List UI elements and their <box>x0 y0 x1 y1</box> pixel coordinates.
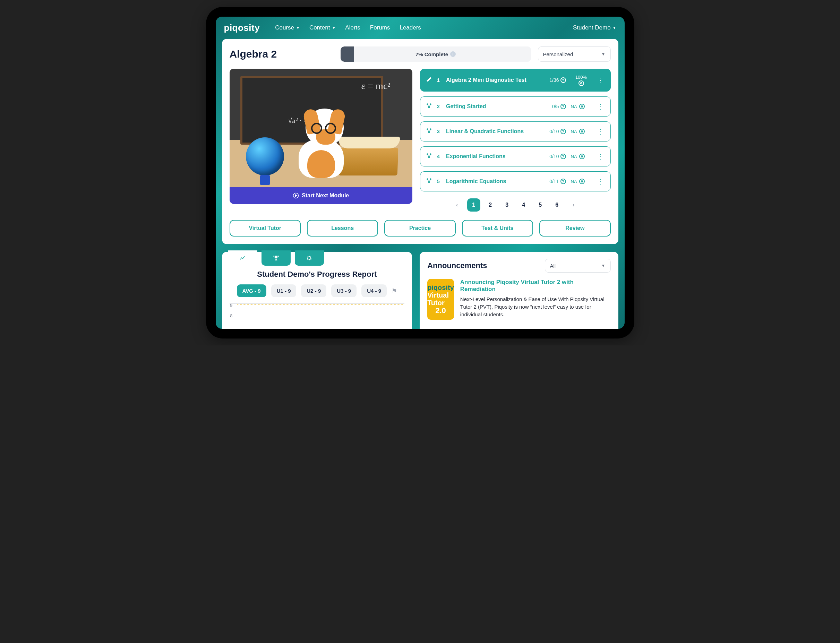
progress-bar: 7% Complete i <box>341 46 531 62</box>
nav-user-label: Student Demo <box>573 24 611 31</box>
pager-prev[interactable]: ‹ <box>450 198 464 212</box>
announcement-badge: piqosity Virtual Tutor 2.0 <box>427 279 454 320</box>
module-number: 2 <box>437 104 441 109</box>
module-row[interactable]: 4 Exponential Functions 0/10? NA ⋮ <box>420 146 610 166</box>
pager-page[interactable]: 4 <box>517 198 530 212</box>
kebab-menu-icon[interactable]: ⋮ <box>597 177 605 186</box>
module-row[interactable]: 1 Algebra 2 Mini Diagnostic Test 1/36? 1… <box>420 69 610 91</box>
ruler-pencil-icon <box>426 76 432 84</box>
chip-u4[interactable]: U4 - 9 <box>361 284 387 297</box>
chip-avg[interactable]: AVG - 9 <box>237 284 266 297</box>
tab-trophy[interactable] <box>261 250 290 266</box>
branch-icon <box>426 103 432 110</box>
module-score: NA <box>571 129 592 134</box>
announcement-body: Next-Level Personalization & Ease of Use… <box>460 295 611 318</box>
announcements-panel: Announcements All ▼ piqosity Virtual Tut… <box>420 252 618 329</box>
chart-series-line <box>237 305 403 305</box>
progress-panel: Student Demo's Progress Report AVG - 9 U… <box>222 252 413 329</box>
start-next-module-button[interactable]: Start Next Module <box>230 187 413 204</box>
module-progress: 0/10? <box>550 129 566 134</box>
help-icon[interactable]: ? <box>561 129 566 134</box>
content-row: ε = mc² √a² · = 5 Start Next Module <box>230 69 611 212</box>
help-icon[interactable]: ? <box>561 77 566 83</box>
pager-page[interactable]: 5 <box>534 198 547 212</box>
filter-selected: All <box>550 263 556 269</box>
chip-u3[interactable]: U3 - 9 <box>331 284 357 297</box>
tab-practice[interactable]: Practice <box>384 220 455 237</box>
nav-forums[interactable]: Forums <box>370 24 390 31</box>
kebab-menu-icon[interactable]: ⋮ <box>597 102 605 111</box>
tablet-frame: piqosity Course ▼ Content ▼ Alerts Forum… <box>206 7 634 338</box>
y-tick: 8 <box>230 313 233 318</box>
module-score: NA <box>571 104 592 109</box>
tab-settings[interactable] <box>295 250 324 266</box>
kebab-menu-icon[interactable]: ⋮ <box>597 127 605 135</box>
line-chart-icon <box>239 255 246 261</box>
module-row[interactable]: 2 Getting Started 0/5? NA ⋮ <box>420 96 610 116</box>
pager-page[interactable]: 3 <box>501 198 514 212</box>
kebab-menu-icon[interactable]: ⋮ <box>597 152 605 161</box>
module-pager: ‹ 1 2 3 4 5 6 › <box>420 198 610 212</box>
announcements-filter[interactable]: All ▼ <box>545 259 611 273</box>
target-icon <box>579 104 585 109</box>
target-icon <box>579 80 584 86</box>
target-icon <box>579 179 585 184</box>
module-score: NA <box>571 153 592 159</box>
pager-page[interactable]: 6 <box>550 198 564 212</box>
module-title: Algebra 2 Mini Diagnostic Test <box>446 77 545 83</box>
pager-next[interactable]: › <box>567 198 580 212</box>
brand-logo[interactable]: piqosity <box>224 23 260 33</box>
chalk-text: ε = mc² <box>361 80 390 91</box>
mode-select[interactable]: Personalized ▼ <box>538 46 611 62</box>
module-progress: 1/36? <box>550 77 566 83</box>
tab-review[interactable]: Review <box>539 220 610 237</box>
tab-lessons[interactable]: Lessons <box>307 220 378 237</box>
module-row[interactable]: 5 Logarithmic Equations 0/11? NA ⋮ <box>420 171 610 191</box>
chevron-down-icon: ▼ <box>601 263 605 268</box>
announcements-title: Announcements <box>427 261 487 270</box>
help-icon[interactable]: ? <box>561 104 566 109</box>
tab-chart[interactable] <box>228 250 257 266</box>
nav-alerts-label: Alerts <box>345 24 360 31</box>
module-score: NA <box>571 179 592 184</box>
chip-u1[interactable]: U1 - 9 <box>271 284 297 297</box>
info-icon[interactable]: i <box>450 51 456 57</box>
nav-alerts[interactable]: Alerts <box>345 24 360 31</box>
help-icon[interactable]: ? <box>561 179 566 184</box>
nav-course-label: Course <box>275 24 294 31</box>
report-title: Student Demo's Progress Report <box>230 270 405 279</box>
module-title: Exponential Functions <box>446 153 545 160</box>
chevron-down-icon: ▼ <box>601 52 605 57</box>
screen: piqosity Course ▼ Content ▼ Alerts Forum… <box>216 16 625 329</box>
pager-page[interactable]: 2 <box>484 198 497 212</box>
kebab-menu-icon[interactable]: ⋮ <box>597 76 605 84</box>
mode-selected: Personalized <box>543 51 573 57</box>
pager-page[interactable]: 1 <box>467 198 480 212</box>
help-icon[interactable]: ? <box>561 153 566 159</box>
module-number: 5 <box>437 179 441 184</box>
nav-leaders[interactable]: Leaders <box>400 24 421 31</box>
flag-icon[interactable]: ⚑ <box>391 287 397 295</box>
branch-icon <box>426 153 432 160</box>
nav-course[interactable]: Course ▼ <box>275 24 300 31</box>
announcement-link[interactable]: Announcing Piqosity Virtual Tutor 2 with… <box>460 279 611 293</box>
hero-image: ε = mc² √a² · = 5 <box>230 69 413 187</box>
course-card: Algebra 2 7% Complete i Personalized ▼ <box>222 39 618 244</box>
course-header: Algebra 2 7% Complete i Personalized ▼ <box>230 46 611 62</box>
play-circle-icon <box>293 193 299 199</box>
module-title: Linear & Quadratic Functions <box>446 128 545 135</box>
trophy-icon <box>272 255 279 261</box>
nav-user-menu[interactable]: Student Demo ▼ <box>573 24 616 31</box>
chevron-down-icon: ▼ <box>296 26 300 30</box>
dog-illustration <box>292 109 351 178</box>
tab-virtual-tutor[interactable]: Virtual Tutor <box>230 220 301 237</box>
chip-u2[interactable]: U2 - 9 <box>301 284 326 297</box>
course-title: Algebra 2 <box>230 48 334 60</box>
target-icon <box>579 153 585 159</box>
module-row[interactable]: 3 Linear & Quadratic Functions 0/10? NA … <box>420 121 610 142</box>
chevron-down-icon: ▼ <box>332 26 335 30</box>
tab-test-units[interactable]: Test & Units <box>462 220 533 237</box>
hero-column: ε = mc² √a² · = 5 Start Next Module <box>230 69 413 212</box>
branch-icon <box>426 178 432 185</box>
nav-content[interactable]: Content ▼ <box>309 24 335 31</box>
